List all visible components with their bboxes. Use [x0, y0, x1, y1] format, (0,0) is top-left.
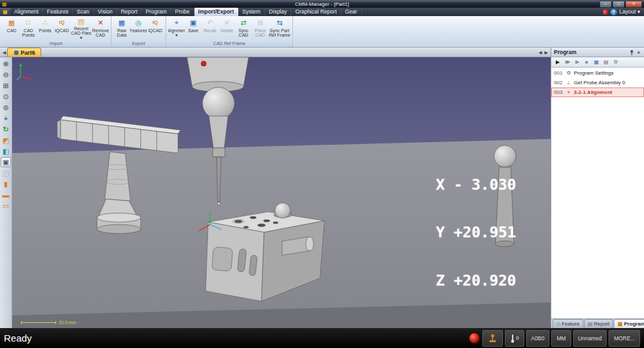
scale-bar: 20.0 mm	[21, 320, 76, 325]
view-top-button[interactable]: ◧	[1, 146, 11, 156]
temperature-button[interactable]: 0	[505, 330, 524, 347]
menu-tab-graphical-report[interactable]: Graphical Report	[291, 8, 341, 16]
document-tab-part6[interactable]: ▦ Part6	[7, 48, 41, 57]
view-front-icon: ▣	[3, 158, 9, 167]
ribbon-button-recent-cad-files[interactable]: ▤ Recent CAD Files ▾	[70, 17, 92, 40]
view-orientation-triad	[16, 61, 33, 83]
menu-tab-import-export[interactable]: Import/Export	[194, 8, 239, 16]
ribbon-button-label: Delete	[220, 28, 233, 33]
grid-view-button[interactable]: ▦	[592, 59, 600, 65]
ribbon-button-place-cad[interactable]: ⊞ Place CAD	[252, 17, 269, 40]
view-iso-icon: ◩	[3, 136, 9, 145]
zoom-in-button[interactable]: ⊕	[1, 59, 11, 69]
menubar: ▦ Alignment Features Scan Vision Report …	[0, 8, 644, 16]
units-button[interactable]: MM	[551, 330, 571, 347]
zoom-out-button[interactable]: ⊖	[1, 69, 11, 80]
menu-tab-alignment[interactable]: Alignment	[10, 8, 43, 16]
document-tabstrip: ◀ ▦ Part6 ◀ ▶	[0, 48, 551, 57]
menu-tab-program[interactable]: Program	[142, 8, 171, 16]
list-item-selected[interactable]: 003 ⌖ 3-2-1 Alignment	[551, 87, 644, 97]
menu-tab-system[interactable]: System	[238, 8, 265, 16]
menu-tab-report[interactable]: Report	[117, 8, 142, 16]
ribbon-button-remove-cad[interactable]: ✕ Remove CAD	[92, 17, 109, 40]
list-item[interactable]: 002 ⊥ Get Probe Assembly 0	[551, 78, 644, 87]
sync-cad-icon: ⇄	[238, 18, 249, 28]
ribbon-button-iqcad[interactable]: iQ IQCAD	[53, 17, 70, 40]
zoom-selection-button[interactable]: ⊚	[1, 102, 11, 113]
step-label: 3-2-1 Alignment	[574, 89, 612, 95]
minimize-button[interactable]: –	[600, 1, 612, 8]
program-panel: Program × ▶ ≫ ⊳ ■ ▦ ▤ ⚙ 001 ⚙ Program Se	[551, 48, 644, 328]
menu-tab-scan[interactable]: Scan	[73, 8, 93, 16]
ribbon-button-features-export[interactable]: ◎ Features	[130, 17, 147, 40]
zoom-fit-button[interactable]: ⊙	[1, 91, 11, 102]
ribbon-group-cad-ref-frame: ⌖ Alignment ▾ ▣ Save ↶ Recall ✕ Delete ⇄…	[166, 16, 293, 47]
panel-close-icon[interactable]: ×	[636, 50, 641, 55]
list-item[interactable]: 001 ⚙ Program Settings	[551, 68, 644, 78]
joystick-button[interactable]	[482, 330, 503, 347]
menu-tab-probe[interactable]: Probe	[171, 8, 194, 16]
tab-report[interactable]: ▤ Report	[584, 319, 614, 328]
place-cad-icon: ⊞	[255, 18, 265, 28]
maximize-button[interactable]: □	[612, 1, 625, 8]
ribbon-button-alignment[interactable]: ⌖ Alignment ▾	[168, 17, 185, 40]
run-button[interactable]: ▶	[554, 59, 562, 65]
tab-nav-left-icon[interactable]: ◀	[537, 49, 543, 57]
document-tab-label: Part6	[21, 50, 35, 56]
ribbon-button-sync-part-ref-frame[interactable]: ⇆ Sync Part Ref Frame	[269, 17, 290, 40]
stop-button[interactable]: ■	[583, 59, 591, 65]
ribbon-button-iqcad-export[interactable]: iQ IQCAD	[147, 17, 164, 40]
viewport-3d[interactable]: 20.0 mm X - 3.030 Y +20.951 Z +20.920	[12, 57, 551, 328]
zoom-window-button[interactable]: ⊞	[1, 80, 11, 91]
display-fixture-button[interactable]: ▭	[1, 201, 11, 211]
file-menu-icon[interactable]: ▦	[0, 8, 10, 16]
close-button[interactable]: ×	[625, 1, 642, 8]
iqcad-icon: iQ	[57, 18, 67, 28]
points-icon: ∴	[40, 18, 50, 28]
ribbon-button-recall[interactable]: ↶ Recall	[202, 17, 218, 40]
display-part-button[interactable]: ▬	[1, 190, 11, 200]
ribbon-button-save[interactable]: ▣ Save	[185, 17, 202, 40]
view-iso-button[interactable]: ◩	[1, 135, 11, 145]
report-view-button[interactable]: ▤	[602, 59, 610, 65]
rotate-view-button[interactable]: ↻	[1, 124, 11, 134]
more-button[interactable]: MORE...	[609, 330, 640, 347]
menu-tab-display[interactable]: Display	[265, 8, 292, 16]
estop-icon[interactable]	[468, 332, 480, 344]
ribbon-button-points[interactable]: ∴ Points	[37, 17, 53, 40]
tab-scroll-left-icon[interactable]: ◀	[1, 49, 7, 57]
ribbon-button-label: Raw Data	[113, 28, 130, 38]
probe-icon: ⊥	[565, 80, 572, 86]
delete-icon: ✕	[222, 18, 232, 28]
display-fixture-icon: ▭	[3, 202, 9, 210]
layout-menu[interactable]: Layout ▾	[620, 8, 644, 16]
view-front-button[interactable]: ▣	[1, 157, 11, 167]
help-icon[interactable]: ?	[611, 9, 617, 15]
ribbon-button-cad-points[interactable]: ∷ CAD Points	[20, 17, 37, 40]
ribbon-button-sync-cad[interactable]: ⇄ Sync CAD	[235, 17, 252, 40]
ribbon-button-raw-data[interactable]: ▦ Raw Data	[113, 17, 130, 40]
panel-tabstrip: ◇ Feature ▤ Report ▦ Program	[551, 318, 644, 328]
ribbon: ▦ CAD ∷ CAD Points ∴ Points iQ IQCAD ▤ R…	[0, 16, 644, 48]
menu-tab-gear[interactable]: Gear	[341, 8, 362, 16]
tab-feature[interactable]: ◇ Feature	[553, 319, 583, 328]
display-part-icon: ▬	[3, 191, 10, 199]
alignment-step-icon: ⌖	[565, 89, 572, 96]
tab-nav-right-icon[interactable]: ▶	[544, 49, 549, 57]
probe-angle-button[interactable]: A0B0	[526, 330, 550, 347]
run-all-button[interactable]: ≫	[564, 59, 571, 65]
view-left-button[interactable]: ◫	[1, 168, 11, 178]
ribbon-button-delete[interactable]: ✕ Delete	[218, 17, 235, 40]
step-button[interactable]: ⊳	[573, 59, 581, 65]
alignment-name-button[interactable]: Unnamed	[573, 330, 607, 347]
ribbon-button-cad[interactable]: ▦ CAD	[3, 17, 20, 40]
tab-program[interactable]: ▦ Program	[614, 319, 644, 328]
program-settings-button[interactable]: ⚙	[612, 59, 620, 65]
display-probe-button[interactable]: ▮	[1, 179, 11, 189]
menu-tab-vision[interactable]: Vision	[94, 8, 117, 16]
pan-button[interactable]: +	[1, 113, 11, 124]
pin-icon[interactable]	[628, 50, 636, 55]
menu-tab-features[interactable]: Features	[43, 8, 73, 16]
cad-icon: ▦	[6, 18, 17, 28]
ribbon-group-label: CAD Ref Frame	[166, 41, 292, 47]
